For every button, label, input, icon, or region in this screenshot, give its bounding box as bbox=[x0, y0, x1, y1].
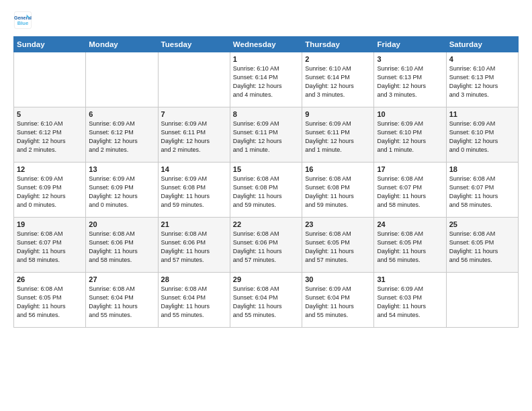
calendar-cell: 28Sunrise: 6:08 AM Sunset: 6:04 PM Dayli… bbox=[158, 273, 230, 328]
day-number: 21 bbox=[161, 220, 227, 228]
day-info: Sunrise: 6:09 AM Sunset: 6:11 PM Dayligh… bbox=[305, 120, 371, 154]
calendar-cell: 25Sunrise: 6:08 AM Sunset: 6:05 PM Dayli… bbox=[446, 218, 518, 273]
calendar-cell: 20Sunrise: 6:08 AM Sunset: 6:06 PM Dayli… bbox=[86, 218, 158, 273]
day-number: 11 bbox=[449, 110, 515, 118]
day-info: Sunrise: 6:09 AM Sunset: 6:09 PM Dayligh… bbox=[89, 175, 154, 210]
weekday-header-saturday: Saturday bbox=[446, 37, 518, 52]
calendar-cell: 22Sunrise: 6:08 AM Sunset: 6:06 PM Dayli… bbox=[230, 218, 302, 273]
day-number: 15 bbox=[233, 165, 299, 173]
day-number: 16 bbox=[305, 165, 371, 173]
calendar-cell: 21Sunrise: 6:08 AM Sunset: 6:06 PM Dayli… bbox=[158, 218, 230, 273]
day-number: 20 bbox=[89, 220, 154, 228]
day-number: 24 bbox=[377, 220, 443, 228]
day-number: 12 bbox=[17, 165, 83, 173]
day-info: Sunrise: 6:08 AM Sunset: 6:06 PM Dayligh… bbox=[89, 230, 154, 265]
calendar-cell: 9Sunrise: 6:09 AM Sunset: 6:11 PM Daylig… bbox=[302, 107, 374, 163]
day-number: 22 bbox=[233, 220, 299, 228]
day-info: Sunrise: 6:08 AM Sunset: 6:07 PM Dayligh… bbox=[377, 175, 443, 210]
logo: General Blue bbox=[13, 11, 35, 30]
day-info: Sunrise: 6:08 AM Sunset: 6:04 PM Dayligh… bbox=[161, 285, 227, 320]
day-info: Sunrise: 6:08 AM Sunset: 6:05 PM Dayligh… bbox=[305, 230, 371, 265]
calendar-cell bbox=[158, 52, 230, 107]
day-number: 31 bbox=[377, 275, 443, 283]
calendar-cell: 6Sunrise: 6:09 AM Sunset: 6:12 PM Daylig… bbox=[86, 107, 158, 163]
weekday-header-thursday: Thursday bbox=[302, 37, 374, 52]
day-number: 7 bbox=[161, 110, 227, 118]
day-info: Sunrise: 6:09 AM Sunset: 6:11 PM Dayligh… bbox=[161, 120, 227, 154]
day-info: Sunrise: 6:08 AM Sunset: 6:05 PM Dayligh… bbox=[449, 230, 515, 265]
calendar-cell: 23Sunrise: 6:08 AM Sunset: 6:05 PM Dayli… bbox=[302, 218, 374, 273]
day-info: Sunrise: 6:10 AM Sunset: 6:14 PM Dayligh… bbox=[233, 64, 299, 99]
weekday-header-tuesday: Tuesday bbox=[158, 37, 230, 52]
logo-icon: General Blue bbox=[13, 11, 32, 30]
day-info: Sunrise: 6:09 AM Sunset: 6:12 PM Dayligh… bbox=[89, 120, 154, 154]
calendar-cell: 1Sunrise: 6:10 AM Sunset: 6:14 PM Daylig… bbox=[230, 52, 302, 107]
day-number: 28 bbox=[161, 275, 227, 283]
calendar-cell: 29Sunrise: 6:08 AM Sunset: 6:04 PM Dayli… bbox=[230, 273, 302, 328]
calendar-cell bbox=[446, 273, 518, 328]
day-number: 14 bbox=[161, 165, 227, 173]
calendar-cell: 10Sunrise: 6:09 AM Sunset: 6:10 PM Dayli… bbox=[374, 107, 446, 163]
day-number: 1 bbox=[233, 55, 299, 63]
calendar-cell: 16Sunrise: 6:08 AM Sunset: 6:08 PM Dayli… bbox=[302, 163, 374, 218]
calendar-cell: 4Sunrise: 6:10 AM Sunset: 6:13 PM Daylig… bbox=[446, 52, 518, 107]
day-number: 17 bbox=[377, 165, 443, 173]
calendar-cell: 13Sunrise: 6:09 AM Sunset: 6:09 PM Dayli… bbox=[86, 163, 158, 218]
day-number: 23 bbox=[305, 220, 371, 228]
day-number: 30 bbox=[305, 275, 371, 283]
day-info: Sunrise: 6:08 AM Sunset: 6:07 PM Dayligh… bbox=[17, 230, 83, 265]
calendar-cell: 30Sunrise: 6:09 AM Sunset: 6:04 PM Dayli… bbox=[302, 273, 374, 328]
calendar-cell: 26Sunrise: 6:08 AM Sunset: 6:05 PM Dayli… bbox=[14, 273, 86, 328]
calendar-cell bbox=[86, 52, 158, 107]
day-number: 5 bbox=[17, 110, 83, 118]
day-info: Sunrise: 6:08 AM Sunset: 6:08 PM Dayligh… bbox=[305, 175, 371, 210]
day-info: Sunrise: 6:09 AM Sunset: 6:03 PM Dayligh… bbox=[377, 285, 443, 320]
day-info: Sunrise: 6:08 AM Sunset: 6:06 PM Dayligh… bbox=[233, 230, 299, 265]
day-info: Sunrise: 6:08 AM Sunset: 6:06 PM Dayligh… bbox=[161, 230, 227, 265]
day-info: Sunrise: 6:09 AM Sunset: 6:11 PM Dayligh… bbox=[233, 120, 299, 154]
day-number: 29 bbox=[233, 275, 299, 283]
calendar-cell: 14Sunrise: 6:09 AM Sunset: 6:08 PM Dayli… bbox=[158, 163, 230, 218]
calendar-cell: 31Sunrise: 6:09 AM Sunset: 6:03 PM Dayli… bbox=[374, 273, 446, 328]
day-number: 6 bbox=[89, 110, 154, 118]
day-number: 13 bbox=[89, 165, 154, 173]
day-number: 2 bbox=[305, 55, 371, 63]
weekday-header-wednesday: Wednesday bbox=[230, 37, 302, 52]
day-info: Sunrise: 6:08 AM Sunset: 6:05 PM Dayligh… bbox=[377, 230, 443, 265]
calendar-cell: 18Sunrise: 6:08 AM Sunset: 6:07 PM Dayli… bbox=[446, 163, 518, 218]
calendar-cell: 8Sunrise: 6:09 AM Sunset: 6:11 PM Daylig… bbox=[230, 107, 302, 163]
calendar: SundayMondayTuesdayWednesdayThursdayFrid… bbox=[13, 36, 519, 328]
day-info: Sunrise: 6:10 AM Sunset: 6:12 PM Dayligh… bbox=[17, 120, 83, 154]
day-number: 9 bbox=[305, 110, 371, 118]
weekday-header-sunday: Sunday bbox=[14, 37, 86, 52]
day-info: Sunrise: 6:10 AM Sunset: 6:13 PM Dayligh… bbox=[449, 64, 515, 99]
day-info: Sunrise: 6:10 AM Sunset: 6:14 PM Dayligh… bbox=[305, 64, 371, 99]
day-info: Sunrise: 6:08 AM Sunset: 6:04 PM Dayligh… bbox=[89, 285, 154, 320]
calendar-cell: 2Sunrise: 6:10 AM Sunset: 6:14 PM Daylig… bbox=[302, 52, 374, 107]
day-info: Sunrise: 6:08 AM Sunset: 6:05 PM Dayligh… bbox=[17, 285, 83, 320]
calendar-cell: 7Sunrise: 6:09 AM Sunset: 6:11 PM Daylig… bbox=[158, 107, 230, 163]
day-number: 19 bbox=[17, 220, 83, 228]
calendar-cell: 11Sunrise: 6:09 AM Sunset: 6:10 PM Dayli… bbox=[446, 107, 518, 163]
day-info: Sunrise: 6:08 AM Sunset: 6:04 PM Dayligh… bbox=[233, 285, 299, 320]
day-info: Sunrise: 6:09 AM Sunset: 6:10 PM Dayligh… bbox=[449, 120, 515, 154]
day-info: Sunrise: 6:08 AM Sunset: 6:07 PM Dayligh… bbox=[449, 175, 515, 210]
calendar-cell: 12Sunrise: 6:09 AM Sunset: 6:09 PM Dayli… bbox=[14, 163, 86, 218]
weekday-header-monday: Monday bbox=[86, 37, 158, 52]
calendar-cell: 5Sunrise: 6:10 AM Sunset: 6:12 PM Daylig… bbox=[14, 107, 86, 163]
day-number: 18 bbox=[449, 165, 515, 173]
day-number: 25 bbox=[449, 220, 515, 228]
calendar-cell: 3Sunrise: 6:10 AM Sunset: 6:13 PM Daylig… bbox=[374, 52, 446, 107]
day-number: 26 bbox=[17, 275, 83, 283]
day-number: 3 bbox=[377, 55, 443, 63]
day-number: 4 bbox=[449, 55, 515, 63]
calendar-cell: 27Sunrise: 6:08 AM Sunset: 6:04 PM Dayli… bbox=[86, 273, 158, 328]
svg-text:Blue: Blue bbox=[17, 20, 29, 26]
day-number: 10 bbox=[377, 110, 443, 118]
calendar-cell: 15Sunrise: 6:08 AM Sunset: 6:08 PM Dayli… bbox=[230, 163, 302, 218]
day-info: Sunrise: 6:09 AM Sunset: 6:09 PM Dayligh… bbox=[17, 175, 83, 210]
day-info: Sunrise: 6:09 AM Sunset: 6:10 PM Dayligh… bbox=[377, 120, 443, 154]
day-info: Sunrise: 6:08 AM Sunset: 6:08 PM Dayligh… bbox=[233, 175, 299, 210]
calendar-cell: 24Sunrise: 6:08 AM Sunset: 6:05 PM Dayli… bbox=[374, 218, 446, 273]
day-number: 8 bbox=[233, 110, 299, 118]
